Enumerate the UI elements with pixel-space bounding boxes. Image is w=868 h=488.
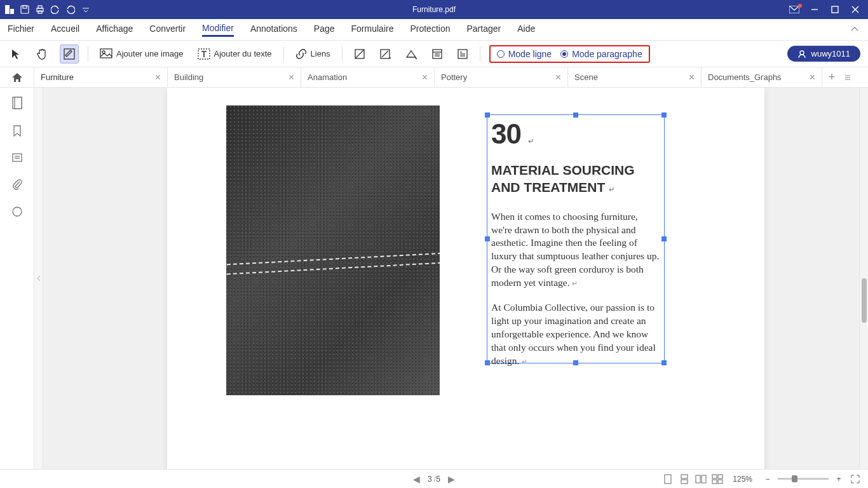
- zoom-out-button[interactable]: −: [761, 473, 774, 485]
- scrollbar-thumb[interactable]: [862, 278, 867, 323]
- menu-modifier[interactable]: Modifier: [202, 23, 234, 37]
- menu-partager[interactable]: Partager: [466, 24, 501, 36]
- tab-close-icon[interactable]: ×: [155, 72, 161, 83]
- tab-label: Building: [174, 72, 203, 82]
- vertical-scrollbar[interactable]: [859, 88, 868, 469]
- save-icon[interactable]: [18, 3, 32, 17]
- collapse-ribbon-icon[interactable]: [850, 25, 859, 34]
- background-tool-icon[interactable]: [402, 46, 420, 62]
- mail-icon[interactable]: [785, 3, 803, 17]
- menu-page[interactable]: Page: [314, 24, 335, 36]
- comments-icon[interactable]: [11, 152, 23, 165]
- menu-formulaire[interactable]: Formulaire: [351, 24, 394, 36]
- select-tool-icon[interactable]: [8, 46, 24, 62]
- svg-rect-45: [712, 480, 717, 484]
- svg-rect-2: [21, 6, 29, 13]
- tab-close-icon[interactable]: ×: [422, 72, 428, 83]
- menu-protection[interactable]: Protection: [410, 24, 450, 36]
- menu-convertir[interactable]: Convertir: [149, 24, 186, 36]
- hand-tool-icon[interactable]: [33, 45, 51, 63]
- next-page-button[interactable]: ▶: [448, 474, 455, 484]
- crop-tool-icon[interactable]: [351, 46, 368, 62]
- two-page-continuous-icon[interactable]: [711, 473, 724, 485]
- menu-accueil[interactable]: Accueil: [51, 24, 79, 36]
- menu-affichage[interactable]: Affichage: [96, 24, 133, 36]
- pilcrow-icon: ↵: [528, 137, 533, 145]
- tab-pottery[interactable]: Pottery×: [435, 67, 568, 87]
- prev-page-button[interactable]: ◀: [413, 474, 420, 484]
- zoom-in-button[interactable]: +: [832, 473, 845, 485]
- svg-rect-46: [718, 480, 722, 484]
- menu-aide[interactable]: Aide: [517, 24, 535, 36]
- svg-rect-38: [665, 475, 671, 484]
- tab-close-icon[interactable]: ×: [810, 72, 815, 83]
- links-button[interactable]: Liens: [293, 46, 333, 62]
- resize-handle[interactable]: [661, 236, 667, 241]
- svg-rect-42: [702, 475, 706, 483]
- add-text-label: Ajouter du texte: [214, 49, 272, 58]
- thumbnails-icon[interactable]: [11, 97, 23, 111]
- edit-tool-icon[interactable]: [60, 44, 79, 64]
- continuous-view-icon[interactable]: [678, 473, 691, 485]
- separator: [283, 46, 284, 62]
- document-canvas[interactable]: 30 ↵ MATERIAL SOURCING AND TREATMENT ↵ W…: [43, 88, 868, 469]
- current-page[interactable]: 3: [428, 475, 432, 484]
- print-icon[interactable]: [33, 3, 47, 17]
- add-image-label: Ajouter une image: [116, 49, 184, 58]
- search-panel-icon[interactable]: [11, 206, 23, 219]
- add-image-button[interactable]: Ajouter une image: [97, 46, 186, 62]
- header-footer-tool-icon[interactable]: [429, 46, 445, 62]
- user-account-button[interactable]: wuwy1011: [787, 46, 860, 62]
- maximize-button[interactable]: [826, 3, 844, 17]
- svg-rect-39: [681, 475, 688, 478]
- pilcrow-icon: ↵: [572, 280, 578, 287]
- tab-building[interactable]: Building×: [168, 67, 301, 87]
- menu-annotations[interactable]: Annotations: [250, 24, 297, 36]
- tab-scene[interactable]: Scene×: [568, 67, 702, 87]
- tab-documents-graphs[interactable]: Documents_Graphs×: [702, 67, 822, 87]
- close-button[interactable]: [846, 3, 864, 17]
- svg-rect-3: [23, 6, 27, 8]
- watermark-tool-icon[interactable]: [377, 46, 393, 62]
- new-tab-button[interactable]: +: [822, 67, 841, 87]
- zoom-slider-thumb[interactable]: [792, 475, 797, 482]
- zoom-level[interactable]: 125%: [733, 475, 752, 484]
- resize-handle[interactable]: [661, 360, 667, 365]
- tab-close-icon[interactable]: ×: [689, 72, 695, 83]
- app-logo-icon[interactable]: [3, 3, 17, 17]
- attachments-icon[interactable]: [12, 179, 22, 192]
- menu-fichier[interactable]: Fichier: [8, 24, 34, 36]
- bookmarks-icon[interactable]: [12, 125, 22, 139]
- collapse-sidebar-button[interactable]: [34, 88, 43, 469]
- bates-number-tool-icon[interactable]: [454, 46, 471, 62]
- user-name-label: wuwy1011: [811, 49, 850, 58]
- fit-page-icon[interactable]: [849, 473, 862, 485]
- home-tab[interactable]: [0, 67, 34, 87]
- tab-anamation[interactable]: Anamation×: [301, 67, 435, 87]
- undo-icon[interactable]: [48, 3, 62, 17]
- view-controls: 125% − +: [661, 473, 862, 485]
- window-title: Furniture.pdf: [412, 5, 456, 14]
- tab-furniture[interactable]: Furniture×: [34, 67, 168, 87]
- tabs-overflow-icon[interactable]: [841, 67, 854, 87]
- tab-close-icon[interactable]: ×: [288, 72, 294, 83]
- mode-paragraph-radio[interactable]: Mode paragraphe: [560, 49, 642, 59]
- two-page-view-icon[interactable]: [695, 473, 707, 485]
- minimize-button[interactable]: [806, 3, 824, 17]
- quick-dropdown-icon[interactable]: [79, 3, 93, 17]
- redo-icon[interactable]: [64, 3, 78, 17]
- text-content[interactable]: 30 ↵ MATERIAL SOURCING AND TREATMENT ↵ W…: [491, 118, 660, 368]
- add-text-button[interactable]: Ajouter du texte: [195, 46, 275, 62]
- resize-handle[interactable]: [661, 112, 667, 118]
- resize-handle[interactable]: [485, 236, 490, 241]
- text-icon: [198, 48, 210, 60]
- single-page-view-icon[interactable]: [661, 473, 674, 485]
- resize-handle[interactable]: [573, 112, 578, 118]
- zoom-slider[interactable]: [778, 478, 829, 480]
- resize-handle[interactable]: [485, 360, 490, 365]
- mode-line-radio[interactable]: Mode ligne: [497, 49, 552, 59]
- tab-close-icon[interactable]: ×: [555, 72, 561, 83]
- mode-paragraph-label: Mode paragraphe: [572, 49, 642, 59]
- menu-bar: Fichier Accueil Affichage Convertir Modi…: [0, 19, 868, 41]
- resize-handle[interactable]: [485, 112, 490, 118]
